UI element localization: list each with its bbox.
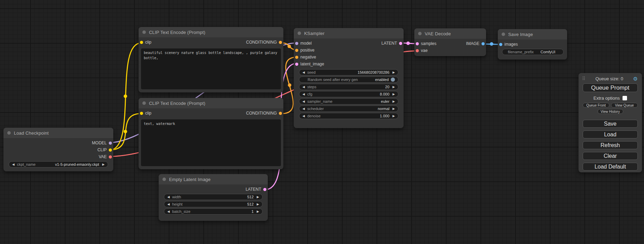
node-title-bar[interactable]: CLIP Text Encode (Prompt): [139, 98, 283, 108]
increment-arrow-icon[interactable]: ▶: [392, 71, 395, 74]
node-load-checkpoint[interactable]: Load Checkpoint MODEL CLIP VAE ◀ ckpt_na…: [3, 128, 113, 171]
output-slot-conditioning[interactable]: [279, 41, 282, 44]
input-slot-clip[interactable]: [140, 41, 143, 44]
queue-front-button[interactable]: Queue Front: [583, 103, 609, 108]
increment-arrow-icon[interactable]: ▶: [392, 85, 395, 89]
load-default-button[interactable]: Load Default: [583, 163, 638, 171]
node-clip-text-encode-positive[interactable]: CLIP Text Encode (Prompt) clip CONDITION…: [139, 27, 283, 92]
increment-arrow-icon[interactable]: ▶: [257, 210, 259, 213]
link-midpoint-dot[interactable]: [288, 45, 291, 48]
link-midpoint-dot[interactable]: [490, 42, 493, 46]
widget-ckpt-name[interactable]: ◀ ckpt_name v1-5-pruned-emaonly.ckpt ▶: [9, 161, 108, 168]
widget-denoise[interactable]: ◀ denoise 1.000 ▶: [299, 113, 398, 119]
decrement-arrow-icon[interactable]: ◀: [167, 202, 170, 206]
queue-prompt-button[interactable]: Queue Prompt: [583, 83, 638, 92]
input-label: vae: [421, 48, 427, 53]
node-title-bar[interactable]: CLIP Text Encode (Prompt): [139, 27, 283, 37]
widget-width[interactable]: ◀ width 512 ▶: [164, 194, 263, 200]
decrement-arrow-icon[interactable]: ◀: [302, 107, 305, 110]
toggle-dot[interactable]: [391, 78, 395, 82]
widget-label: cfg: [307, 92, 312, 96]
widget-sampler-name[interactable]: ◀ sampler_name euler ▶: [299, 98, 398, 105]
node-collapse-dot[interactable]: [298, 31, 301, 35]
node-title-bar[interactable]: KSampler: [294, 28, 404, 38]
input-slot-latent-image[interactable]: [295, 63, 298, 66]
input-slot-model[interactable]: [295, 42, 298, 45]
link-midpoint-dot[interactable]: [406, 42, 410, 45]
increment-arrow-icon[interactable]: ▶: [392, 114, 395, 118]
decrement-arrow-icon[interactable]: ◀: [302, 92, 305, 96]
output-slot-image[interactable]: [482, 42, 485, 45]
widget-batch-size[interactable]: ◀ batch_size 1 ▶: [164, 208, 263, 215]
view-history-button[interactable]: View History: [598, 109, 623, 114]
decrement-arrow-icon[interactable]: ◀: [302, 85, 305, 89]
output-slot-latent[interactable]: [399, 42, 402, 45]
decrement-arrow-icon[interactable]: ◀: [167, 195, 170, 199]
link-midpoint-dot[interactable]: [288, 83, 291, 87]
widget-random-seed-toggle[interactable]: Random seed after every gen enabled: [299, 76, 398, 83]
increment-arrow-icon[interactable]: ▶: [392, 92, 395, 96]
gear-icon[interactable]: ⚙: [633, 76, 638, 81]
widget-label: Random seed after every gen: [308, 78, 358, 82]
output-slot-model[interactable]: [109, 142, 112, 145]
widget-height[interactable]: ◀ height 512 ▶: [164, 201, 263, 207]
prompt-text-area[interactable]: text, watermark: [141, 119, 281, 166]
increment-arrow-icon[interactable]: ▶: [102, 163, 105, 166]
node-vae-decode[interactable]: VAE Decode samples IMAGE vae: [414, 28, 486, 56]
decrement-arrow-icon[interactable]: ◀: [302, 71, 305, 74]
node-save-image[interactable]: Save Image images filename_prefix ComfyU…: [498, 29, 567, 60]
node-collapse-dot[interactable]: [418, 32, 422, 35]
drag-handle-icon[interactable]: [583, 76, 585, 81]
input-slot-images[interactable]: [499, 43, 502, 46]
increment-arrow-icon[interactable]: ▶: [257, 202, 259, 206]
widget-value: enabled: [375, 78, 389, 82]
widget-seed[interactable]: ◀ seed 156680208700286 ▶: [299, 69, 398, 75]
view-queue-button[interactable]: View Queue: [611, 103, 638, 108]
widget-filename-prefix[interactable]: filename_prefix ComfyUI: [502, 49, 564, 55]
load-button[interactable]: Load: [583, 130, 638, 138]
node-collapse-dot[interactable]: [142, 101, 146, 105]
node-collapse-dot[interactable]: [502, 33, 505, 36]
node-title-bar[interactable]: Load Checkpoint: [3, 128, 113, 138]
increment-arrow-icon[interactable]: ▶: [257, 195, 259, 199]
input-label: clip: [145, 40, 151, 45]
link-midpoint-dot[interactable]: [124, 94, 127, 98]
increment-arrow-icon[interactable]: ▶: [392, 107, 395, 110]
input-slot-samples[interactable]: [416, 42, 419, 45]
widget-cfg[interactable]: ◀ cfg 8.000 ▶: [299, 91, 398, 97]
input-slot-clip[interactable]: [140, 112, 143, 115]
output-slot-latent[interactable]: [263, 188, 266, 191]
node-collapse-dot[interactable]: [142, 30, 146, 34]
extra-options-checkbox[interactable]: [623, 96, 627, 100]
output-slot-conditioning[interactable]: [279, 112, 282, 115]
output-slot-vae[interactable]: [109, 155, 112, 159]
widget-label: seed: [307, 70, 316, 74]
widget-value: 1: [252, 209, 254, 214]
node-ksampler[interactable]: KSampler model LATENT positive negative …: [294, 28, 404, 128]
node-clip-text-encode-negative[interactable]: CLIP Text Encode (Prompt) clip CONDITION…: [139, 98, 283, 169]
input-slot-vae[interactable]: [416, 49, 419, 52]
widget-scheduler[interactable]: ◀ scheduler normal ▶: [299, 106, 398, 112]
node-collapse-dot[interactable]: [162, 178, 166, 181]
widget-steps[interactable]: ◀ steps 20 ▶: [299, 84, 398, 90]
decrement-arrow-icon[interactable]: ◀: [302, 114, 305, 118]
increment-arrow-icon[interactable]: ▶: [392, 100, 395, 103]
clear-button[interactable]: Clear: [583, 152, 638, 160]
decrement-arrow-icon[interactable]: ◀: [167, 210, 170, 213]
node-empty-latent-image[interactable]: Empty Latent Image LATENT ◀ width 512 ▶ …: [159, 174, 268, 221]
decrement-arrow-icon[interactable]: ◀: [12, 163, 15, 166]
save-button[interactable]: Save: [583, 120, 638, 128]
prompt-text-area[interactable]: beautiful scenery nature glass bottle la…: [141, 48, 281, 89]
node-title-bar[interactable]: Save Image: [498, 29, 567, 39]
node-title-bar[interactable]: Empty Latent Image: [159, 174, 268, 184]
node-title-bar[interactable]: VAE Decode: [414, 28, 486, 39]
input-slot-positive[interactable]: [295, 49, 298, 52]
output-label: CONDITIONING: [246, 111, 277, 116]
output-label: IMAGE: [466, 41, 479, 46]
refresh-button[interactable]: Refresh: [583, 141, 638, 149]
input-slot-negative[interactable]: [295, 56, 298, 59]
link-midpoint-dot[interactable]: [124, 130, 127, 133]
output-slot-clip[interactable]: [109, 148, 112, 152]
node-collapse-dot[interactable]: [7, 131, 11, 135]
decrement-arrow-icon[interactable]: ◀: [302, 100, 305, 103]
